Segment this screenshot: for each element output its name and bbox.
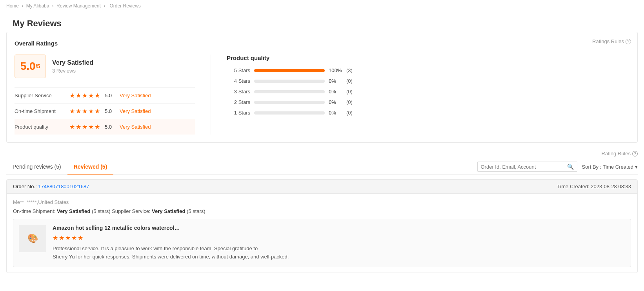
supplier-stars: ★ ★ ★ ★ ★: [69, 92, 100, 99]
overall-ratings-title: Overall Ratings: [15, 40, 629, 47]
breadcrumb-review-management[interactable]: Review Management: [56, 3, 101, 9]
bar-percent: 100%: [329, 67, 342, 73]
tabs-section: Rating Rules ? Pending reviews (5) Revie…: [6, 151, 638, 273]
bar-label: 4 Stars: [227, 78, 250, 84]
bar-count: (3): [346, 67, 353, 73]
shipment-stars: ★ ★ ★ ★ ★: [69, 107, 100, 115]
bar-percent: 0%: [329, 78, 342, 84]
bar-fill: [254, 69, 325, 72]
bar-rows: 5 Stars 100% (3) 4 Stars 0% (0) 3 Stars …: [227, 67, 629, 116]
order-no: Order No.: 174880718001021687: [13, 184, 89, 189]
main-content: My Reviews Ratings Rules ? Overall Ratin…: [0, 12, 644, 291]
time-created: Time Created: 2023-08-28 08:33: [557, 184, 631, 189]
review-card: Order No.: 174880718001021687 Time Creat…: [6, 179, 638, 273]
product-name: Amazon hot selling 12 metallic colors wa…: [53, 225, 289, 231]
tab-right: 🔍 Sort By : Time Created ▾: [477, 162, 638, 172]
ratings-rules-label: Ratings Rules: [592, 38, 624, 44]
product-review-text: Professional service. It is a pleasure t…: [53, 245, 289, 261]
score-number: 5.0: [20, 60, 36, 73]
score-denom: /5: [36, 63, 40, 69]
bar-percent: 0%: [329, 110, 342, 116]
review-card-header: Order No.: 174880718001021687 Time Creat…: [7, 180, 637, 194]
bar-row: 1 Stars 0% (0): [227, 110, 629, 116]
right-panel: Product quality 5 Stars 100% (3) 4 Stars…: [211, 55, 629, 135]
product-info: Amazon hot selling 12 metallic colors wa…: [53, 225, 289, 261]
reviewer-ratings: On-time Shipment: Very Satisfied (5 star…: [13, 208, 631, 214]
bar-count: (0): [346, 99, 353, 105]
satisfaction-label: Very Satisfied: [52, 59, 93, 66]
bar-label: 5 Stars: [227, 67, 250, 73]
shipment-label: On-time Shipment: [15, 108, 69, 114]
bar-track: [254, 80, 325, 83]
rating-rules-link2[interactable]: Rating Rules ?: [6, 151, 638, 156]
tab-pending[interactable]: Pending reviews (5): [6, 160, 67, 175]
tabs-bar: Pending reviews (5) Reviewed (5) 🔍 Sort …: [6, 160, 638, 175]
search-input[interactable]: [481, 164, 567, 170]
left-panel: 5.0 /5 Very Satisfied 3 Reviews Supplier…: [15, 55, 195, 135]
shipment-stars-text: (5 stars): [92, 208, 112, 214]
review-card-body: Me**_*****,United States On-time Shipmen…: [7, 194, 637, 273]
breadcrumb-current: Order Reviews: [110, 3, 141, 9]
overall-ratings-card: Ratings Rules ? Overall Ratings 5.0 /5 V…: [6, 32, 638, 143]
bar-row: 5 Stars 100% (3): [227, 67, 629, 73]
chevron-down-icon: ▾: [635, 164, 638, 170]
reviewer-info: Me**_*****,United States: [13, 199, 631, 205]
page-title: My Reviews: [6, 12, 638, 32]
ratings-rules-info-icon[interactable]: ?: [626, 39, 631, 44]
supplier-value: Very Satisfied: [152, 208, 185, 214]
shipment-prefix: On-time Shipment:: [13, 208, 57, 214]
rating-row-quality: Product quality ★ ★ ★ ★ ★ 5.0 Very Satis…: [15, 119, 195, 135]
supplier-stars-text: (5 stars): [187, 208, 206, 214]
score-info: Very Satisfied 3 Reviews: [52, 59, 93, 74]
bar-label: 3 Stars: [227, 89, 250, 95]
product-thumbnail: 🎨: [19, 225, 46, 252]
bar-count: (0): [346, 110, 353, 116]
bar-row: 4 Stars 0% (0): [227, 78, 629, 84]
sort-by[interactable]: Sort By : Time Created ▾: [582, 164, 638, 170]
breadcrumb: Home › My Alibaba › Review Management › …: [0, 0, 644, 12]
bar-row: 3 Stars 0% (0): [227, 89, 629, 95]
bar-track: [254, 101, 325, 104]
order-no-link[interactable]: 174880718001021687: [38, 184, 89, 189]
rating-row-shipment: On-time Shipment ★ ★ ★ ★ ★ 5.0 Very Sati…: [15, 103, 195, 119]
ratings-body: 5.0 /5 Very Satisfied 3 Reviews Supplier…: [15, 55, 629, 135]
sort-by-label: Sort By : Time Created: [582, 164, 634, 170]
rating-row-supplier: Supplier Service ★ ★ ★ ★ ★ 5.0 Very Sati…: [15, 87, 195, 103]
order-no-prefix: Order No.:: [13, 184, 38, 189]
bar-track: [254, 90, 325, 93]
bar-count: (0): [346, 78, 353, 84]
bar-count: (0): [346, 89, 353, 95]
breadcrumb-home[interactable]: Home: [6, 3, 19, 9]
bar-percent: 0%: [329, 89, 342, 95]
bar-percent: 0%: [329, 99, 342, 105]
product-quality-title: Product quality: [227, 55, 629, 61]
product-review: 🎨 Amazon hot selling 12 metallic colors …: [13, 219, 631, 267]
bar-label: 2 Stars: [227, 99, 250, 105]
bar-row: 2 Stars 0% (0): [227, 99, 629, 105]
quality-stars: ★ ★ ★ ★ ★: [69, 123, 100, 131]
product-stars: ★ ★ ★ ★ ★: [53, 234, 289, 242]
bar-track: [254, 111, 325, 115]
score-block: 5.0 /5 Very Satisfied 3 Reviews: [15, 55, 195, 78]
quality-label: Product quality: [15, 124, 69, 130]
bar-track: [254, 69, 325, 72]
rating-rules-info-icon2[interactable]: ?: [632, 151, 638, 156]
review-list: Order No.: 174880718001021687 Time Creat…: [6, 179, 638, 273]
shipment-value: Very Satisfied: [57, 208, 90, 214]
search-box: 🔍: [477, 162, 577, 172]
breadcrumb-myalibaba[interactable]: My Alibaba: [26, 3, 49, 9]
supplier-prefix: Supplier Service:: [112, 208, 152, 214]
score-box: 5.0 /5: [15, 55, 46, 78]
reviews-count: 3 Reviews: [52, 68, 93, 74]
ratings-rules-link[interactable]: Ratings Rules ?: [592, 38, 631, 44]
bar-label: 1 Stars: [227, 110, 250, 116]
rating-rules-label2: Rating Rules: [602, 151, 631, 156]
search-icon[interactable]: 🔍: [567, 164, 574, 170]
tab-reviewed[interactable]: Reviewed (5): [67, 160, 114, 175]
supplier-service-label: Supplier Service: [15, 93, 69, 98]
